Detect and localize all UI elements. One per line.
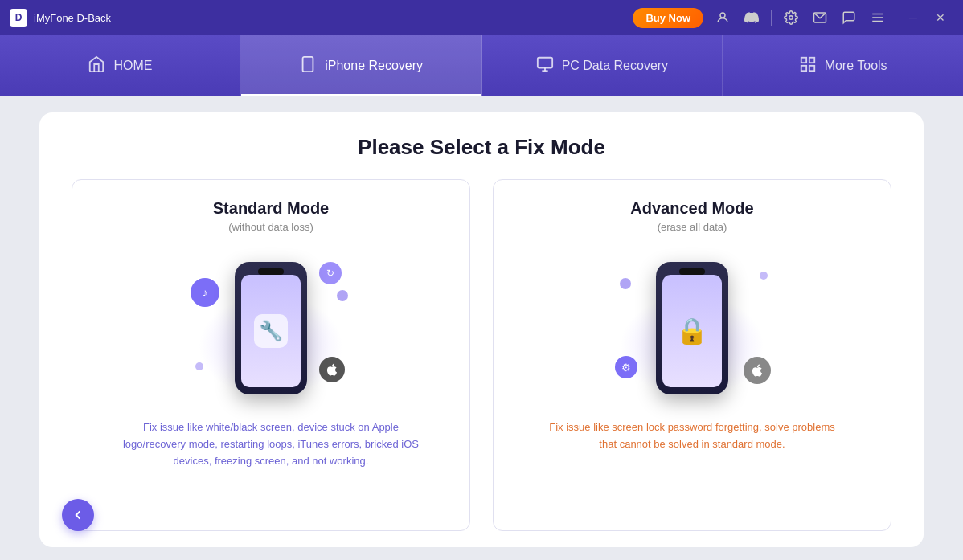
standard-mode-card[interactable]: Standard Mode (without data loss) ♪ ↻ xyxy=(72,179,470,531)
discord-icon[interactable] xyxy=(739,5,764,31)
svg-rect-8 xyxy=(537,57,551,67)
back-button[interactable] xyxy=(62,499,94,531)
wrench-icon: 🔧 xyxy=(254,314,288,348)
minimize-button[interactable]: ─ xyxy=(900,5,926,31)
phone-body-standard: 🔧 xyxy=(235,262,307,394)
svg-rect-11 xyxy=(801,57,805,62)
phone-notch xyxy=(258,268,284,275)
dot1 xyxy=(337,290,348,301)
menu-icon[interactable] xyxy=(865,5,891,31)
advanced-mode-title: Advanced Mode xyxy=(630,199,753,218)
title-bar-icons xyxy=(710,5,891,31)
phone-notch-adv xyxy=(679,268,705,275)
svg-rect-12 xyxy=(809,57,813,62)
divider xyxy=(771,10,772,26)
nav-home[interactable]: HOME xyxy=(0,35,241,96)
standard-mode-illustration: ♪ ↻ 🔧 xyxy=(182,246,359,407)
dot2 xyxy=(195,362,203,370)
mail-icon[interactable] xyxy=(807,5,833,31)
user-icon[interactable] xyxy=(710,5,736,31)
nav-pc-data-recovery-label: PC Data Recovery xyxy=(562,59,669,73)
lock-icon: 🔒 xyxy=(672,311,712,351)
modes-container: Standard Mode (without data loss) ♪ ↻ xyxy=(72,179,891,531)
phone-body-advanced: 🔒 xyxy=(656,262,728,394)
advanced-mode-card[interactable]: Advanced Mode (erase all data) ⚙ xyxy=(493,179,891,531)
main-content: Please Select a Fix Mode Standard Mode (… xyxy=(0,96,963,560)
buy-now-button[interactable]: Buy Now xyxy=(633,8,703,28)
more-tools-icon xyxy=(799,55,817,77)
advanced-mode-illustration: ⚙ 🔒 xyxy=(604,246,781,407)
refresh-float-icon: ↻ xyxy=(319,262,342,284)
nav-more-tools-label: More Tools xyxy=(825,59,887,73)
window-controls: ─ ✕ xyxy=(900,5,953,31)
svg-point-1 xyxy=(789,16,793,20)
nav-iphone-recovery[interactable]: iPhone Recovery xyxy=(241,35,482,96)
content-card: Please Select a Fix Mode Standard Mode (… xyxy=(39,112,924,547)
phone-screen-advanced: 🔒 xyxy=(662,275,722,387)
nav-bar: HOME iPhone Recovery PC Data Recovery Mo… xyxy=(0,35,963,96)
dot4 xyxy=(760,272,768,280)
nav-more-tools[interactable]: More Tools xyxy=(723,35,963,96)
app-logo: D xyxy=(10,9,27,27)
pc-data-recovery-icon xyxy=(536,55,554,77)
svg-rect-14 xyxy=(809,65,813,70)
close-button[interactable]: ✕ xyxy=(928,5,953,31)
iphone-recovery-icon xyxy=(299,55,317,77)
apple-float-icon2 xyxy=(744,357,771,384)
nav-home-label: HOME xyxy=(113,59,152,73)
page-title: Please Select a Fix Mode xyxy=(358,135,605,160)
settings-icon[interactable] xyxy=(778,5,804,31)
dot3 xyxy=(620,278,631,289)
advanced-mode-subtitle: (erase all data) xyxy=(658,221,727,233)
music-float-icon: ♪ xyxy=(191,278,219,307)
settings-float-icon: ⚙ xyxy=(615,356,637,378)
standard-mode-description: Fix issue like white/black screen, devic… xyxy=(118,419,424,469)
svg-rect-13 xyxy=(801,65,805,70)
phone-screen-standard: 🔧 xyxy=(241,275,301,387)
standard-mode-subtitle: (without data loss) xyxy=(228,221,313,233)
nav-iphone-recovery-label: iPhone Recovery xyxy=(325,59,423,73)
standard-mode-title: Standard Mode xyxy=(213,199,329,218)
title-bar: D iMyFone D-Back Buy Now ─ ✕ xyxy=(0,0,963,35)
chat-icon[interactable] xyxy=(836,5,862,31)
apple-float-icon xyxy=(319,357,345,382)
advanced-mode-description: Fix issue like screen lock password forg… xyxy=(539,419,845,453)
home-icon xyxy=(88,55,105,77)
app-name: iMyFone D-Back xyxy=(34,12,111,24)
svg-point-0 xyxy=(720,13,725,18)
nav-pc-data-recovery[interactable]: PC Data Recovery xyxy=(482,35,723,96)
